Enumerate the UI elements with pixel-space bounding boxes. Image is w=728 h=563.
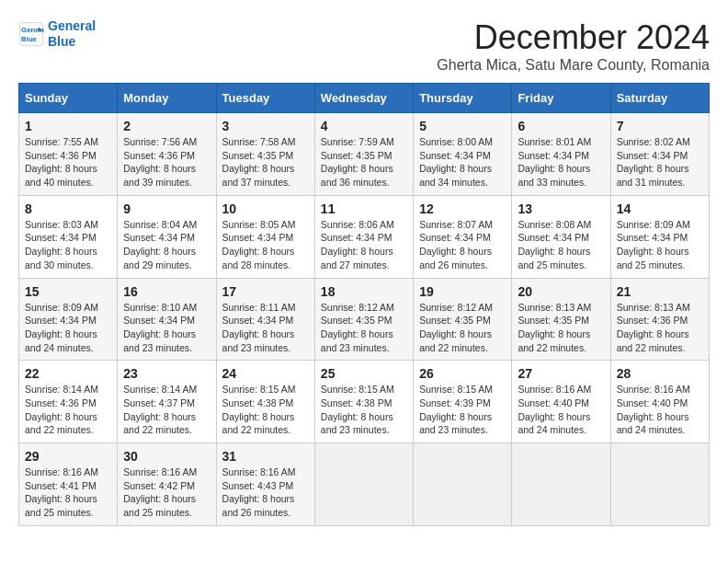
title-section: December 2024 Gherta Mica, Satu Mare Cou… (437, 18, 710, 74)
day-number: 24 (222, 366, 309, 381)
calendar-week-row: 15Sunrise: 8:09 AM Sunset: 4:34 PM Dayli… (19, 278, 710, 361)
calendar-cell: 17Sunrise: 8:11 AM Sunset: 4:34 PM Dayli… (216, 278, 314, 361)
day-number: 5 (419, 119, 506, 133)
calendar-cell: 8Sunrise: 8:03 AM Sunset: 4:34 PM Daylig… (19, 195, 118, 278)
day-info: Sunrise: 8:02 AM Sunset: 4:34 PM Dayligh… (617, 135, 703, 190)
day-number: 30 (123, 449, 210, 464)
calendar-cell: 11Sunrise: 8:06 AM Sunset: 4:34 PM Dayli… (314, 195, 413, 278)
day-number: 25 (321, 366, 407, 381)
day-info: Sunrise: 8:16 AM Sunset: 4:40 PM Dayligh… (518, 383, 604, 437)
calendar-cell: 24Sunrise: 8:15 AM Sunset: 4:38 PM Dayli… (216, 361, 314, 443)
calendar-cell (314, 443, 413, 526)
day-info: Sunrise: 8:03 AM Sunset: 4:34 PM Dayligh… (25, 218, 111, 272)
calendar-cell: 4Sunrise: 7:59 AM Sunset: 4:35 PM Daylig… (314, 113, 413, 196)
day-info: Sunrise: 7:58 AM Sunset: 4:35 PM Dayligh… (222, 135, 309, 190)
page-header: General Blue GeneralBlue December 2024 G… (18, 18, 710, 74)
weekday-header: Friday (512, 84, 610, 113)
calendar-week-row: 1Sunrise: 7:55 AM Sunset: 4:36 PM Daylig… (19, 113, 710, 196)
day-number: 27 (518, 366, 604, 381)
day-info: Sunrise: 8:12 AM Sunset: 4:35 PM Dayligh… (419, 301, 506, 355)
day-info: Sunrise: 8:11 AM Sunset: 4:34 PM Dayligh… (222, 301, 309, 355)
calendar-cell: 19Sunrise: 8:12 AM Sunset: 4:35 PM Dayli… (414, 278, 512, 361)
day-info: Sunrise: 8:04 AM Sunset: 4:34 PM Dayligh… (123, 218, 210, 272)
weekday-header: Monday (118, 84, 216, 113)
day-number: 13 (518, 201, 604, 216)
calendar-header-row: SundayMondayTuesdayWednesdayThursdayFrid… (19, 84, 710, 113)
day-number: 21 (617, 284, 703, 299)
calendar-cell: 7Sunrise: 8:02 AM Sunset: 4:34 PM Daylig… (610, 113, 709, 196)
day-number: 16 (123, 284, 210, 299)
day-number: 20 (518, 284, 604, 299)
day-number: 2 (123, 119, 210, 133)
calendar-cell: 6Sunrise: 8:01 AM Sunset: 4:34 PM Daylig… (512, 113, 610, 196)
day-number: 17 (222, 284, 309, 299)
day-number: 29 (25, 449, 111, 464)
weekday-header: Thursday (414, 84, 512, 113)
calendar-cell: 29Sunrise: 8:16 AM Sunset: 4:41 PM Dayli… (19, 443, 118, 526)
day-info: Sunrise: 8:15 AM Sunset: 4:38 PM Dayligh… (222, 383, 309, 437)
day-info: Sunrise: 8:06 AM Sunset: 4:34 PM Dayligh… (321, 218, 407, 272)
day-info: Sunrise: 7:59 AM Sunset: 4:35 PM Dayligh… (321, 135, 407, 190)
calendar-cell (512, 443, 610, 526)
calendar-cell: 1Sunrise: 7:55 AM Sunset: 4:36 PM Daylig… (19, 113, 118, 196)
day-info: Sunrise: 7:55 AM Sunset: 4:36 PM Dayligh… (25, 135, 111, 190)
day-info: Sunrise: 8:15 AM Sunset: 4:38 PM Dayligh… (321, 383, 407, 437)
day-number: 3 (222, 119, 309, 133)
day-number: 15 (25, 284, 111, 299)
day-number: 31 (222, 449, 309, 464)
day-number: 1 (25, 119, 111, 133)
day-info: Sunrise: 8:10 AM Sunset: 4:34 PM Dayligh… (123, 301, 210, 355)
day-info: Sunrise: 8:07 AM Sunset: 4:34 PM Dayligh… (419, 218, 506, 272)
day-number: 26 (419, 366, 506, 381)
day-number: 11 (321, 201, 407, 216)
day-number: 23 (123, 366, 210, 381)
calendar-table: SundayMondayTuesdayWednesdayThursdayFrid… (18, 83, 710, 526)
day-info: Sunrise: 8:16 AM Sunset: 4:42 PM Dayligh… (123, 465, 210, 520)
calendar-cell: 31Sunrise: 8:16 AM Sunset: 4:43 PM Dayli… (216, 443, 314, 526)
calendar-cell: 27Sunrise: 8:16 AM Sunset: 4:40 PM Dayli… (512, 361, 610, 443)
weekday-header: Tuesday (216, 84, 314, 113)
calendar-cell: 10Sunrise: 8:05 AM Sunset: 4:34 PM Dayli… (216, 195, 314, 278)
calendar-cell (610, 443, 709, 526)
calendar-cell: 12Sunrise: 8:07 AM Sunset: 4:34 PM Dayli… (414, 195, 512, 278)
calendar-cell: 26Sunrise: 8:15 AM Sunset: 4:39 PM Dayli… (414, 361, 512, 443)
calendar-cell: 9Sunrise: 8:04 AM Sunset: 4:34 PM Daylig… (118, 195, 216, 278)
day-info: Sunrise: 8:00 AM Sunset: 4:34 PM Dayligh… (419, 135, 506, 190)
day-number: 4 (321, 119, 407, 133)
day-info: Sunrise: 8:16 AM Sunset: 4:40 PM Dayligh… (617, 383, 703, 437)
logo: General Blue GeneralBlue (18, 18, 96, 50)
day-info: Sunrise: 8:09 AM Sunset: 4:34 PM Dayligh… (25, 301, 111, 355)
day-number: 22 (25, 366, 111, 381)
calendar-cell: 28Sunrise: 8:16 AM Sunset: 4:40 PM Dayli… (610, 361, 709, 443)
day-number: 18 (321, 284, 407, 299)
day-number: 14 (617, 201, 703, 216)
month-title: December 2024 (437, 18, 710, 57)
calendar-cell: 5Sunrise: 8:00 AM Sunset: 4:34 PM Daylig… (414, 113, 512, 196)
calendar-cell: 15Sunrise: 8:09 AM Sunset: 4:34 PM Dayli… (19, 278, 118, 361)
day-number: 28 (617, 366, 703, 381)
day-number: 9 (123, 201, 210, 216)
calendar-week-row: 22Sunrise: 8:14 AM Sunset: 4:36 PM Dayli… (19, 361, 710, 443)
day-number: 19 (419, 284, 506, 299)
calendar-cell: 21Sunrise: 8:13 AM Sunset: 4:36 PM Dayli… (610, 278, 709, 361)
svg-text:Blue: Blue (21, 35, 38, 43)
day-number: 10 (222, 201, 309, 216)
day-info: Sunrise: 8:12 AM Sunset: 4:35 PM Dayligh… (321, 301, 407, 355)
day-info: Sunrise: 8:14 AM Sunset: 4:36 PM Dayligh… (25, 383, 111, 437)
day-info: Sunrise: 8:13 AM Sunset: 4:35 PM Dayligh… (518, 301, 604, 355)
calendar-cell: 20Sunrise: 8:13 AM Sunset: 4:35 PM Dayli… (512, 278, 610, 361)
weekday-header: Sunday (19, 84, 118, 113)
calendar-cell: 18Sunrise: 8:12 AM Sunset: 4:35 PM Dayli… (314, 278, 413, 361)
day-info: Sunrise: 8:08 AM Sunset: 4:34 PM Dayligh… (518, 218, 604, 272)
calendar-cell: 23Sunrise: 8:14 AM Sunset: 4:37 PM Dayli… (118, 361, 216, 443)
calendar-cell: 13Sunrise: 8:08 AM Sunset: 4:34 PM Dayli… (512, 195, 610, 278)
weekday-header: Wednesday (314, 84, 413, 113)
calendar-cell: 30Sunrise: 8:16 AM Sunset: 4:42 PM Dayli… (118, 443, 216, 526)
day-info: Sunrise: 8:09 AM Sunset: 4:34 PM Dayligh… (617, 218, 703, 272)
calendar-week-row: 8Sunrise: 8:03 AM Sunset: 4:34 PM Daylig… (19, 195, 710, 278)
day-info: Sunrise: 8:05 AM Sunset: 4:34 PM Dayligh… (222, 218, 309, 272)
day-number: 7 (617, 119, 703, 133)
day-info: Sunrise: 8:15 AM Sunset: 4:39 PM Dayligh… (419, 383, 506, 437)
day-info: Sunrise: 8:13 AM Sunset: 4:36 PM Dayligh… (617, 301, 703, 355)
day-number: 12 (419, 201, 506, 216)
